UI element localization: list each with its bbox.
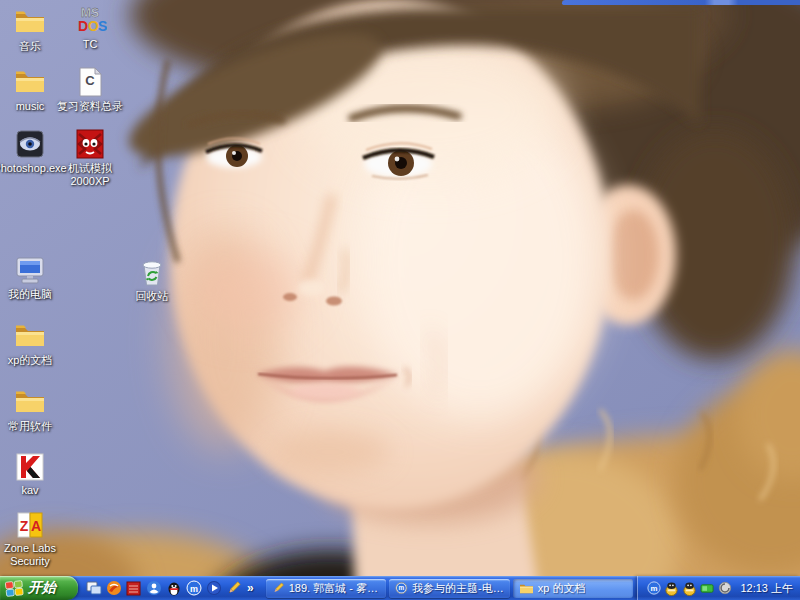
desktop-icon-kav[interactable]: kav bbox=[0, 448, 62, 497]
green-status-tray-icon[interactable] bbox=[700, 582, 715, 595]
penguin-tray-icon[interactable] bbox=[664, 581, 679, 596]
desktop-icon-my-computer[interactable]: 我的电脑 bbox=[0, 252, 62, 301]
desktop-icon-label: 我的电脑 bbox=[0, 288, 62, 301]
taskbar: 开始 m » 189. 郭富城 - 雾里... m 我参与的主题-电脑... x… bbox=[0, 576, 800, 600]
maxthon-icon[interactable]: m bbox=[185, 580, 202, 597]
desktop-icon-music-cn[interactable]: 音乐 bbox=[0, 4, 62, 53]
msdos-s-text: S bbox=[98, 18, 107, 34]
folder-icon bbox=[519, 582, 534, 595]
task-button-xp-documents[interactable]: xp 的文档 bbox=[513, 579, 634, 598]
task-button-label: xp 的文档 bbox=[538, 581, 586, 596]
swirl-tray-icon[interactable] bbox=[718, 581, 732, 595]
folder-icon bbox=[14, 66, 46, 98]
desktop-icon-review-notes[interactable]: C 复习资料总录 bbox=[48, 64, 132, 113]
task-button-label: 189. 郭富城 - 雾里... bbox=[289, 581, 381, 596]
foxmail-icon[interactable] bbox=[105, 580, 122, 597]
desktop-icon-label: 常用软件 bbox=[0, 420, 62, 433]
desktop-icon-label: Zone Labs Security bbox=[0, 542, 62, 567]
offscreen-window-edge bbox=[562, 0, 800, 5]
desktop-icon-common-software[interactable]: 常用软件 bbox=[0, 384, 62, 433]
desktop-icon-label: xp的文档 bbox=[0, 354, 62, 367]
desktop-icon-label: kav bbox=[0, 484, 62, 497]
folder-icon bbox=[14, 320, 46, 352]
start-button-label: 开始 bbox=[28, 579, 56, 597]
red-app-icon[interactable] bbox=[125, 580, 142, 597]
maxthon-letter-text: m bbox=[651, 584, 658, 593]
exam-simulator-icon bbox=[74, 128, 106, 160]
task-button-browser-thread[interactable]: m 我参与的主题-电脑... bbox=[389, 579, 510, 598]
task-button-label: 我参与的主题-电脑... bbox=[412, 581, 504, 596]
show-desktop-icon[interactable] bbox=[85, 580, 102, 597]
zonealarm-icon: Z A bbox=[15, 510, 45, 540]
svg-text:m: m bbox=[399, 584, 405, 591]
media-player-icon[interactable] bbox=[205, 580, 222, 597]
task-button-playlist[interactable]: 189. 郭富城 - 雾里... bbox=[266, 579, 387, 598]
folder-icon bbox=[14, 6, 46, 38]
desktop-icon-label: 复习资料总录 bbox=[48, 100, 132, 113]
desktop-icon-label: 回收站 bbox=[120, 290, 184, 303]
desktop-icon-zonealarm[interactable]: Z A Zone Labs Security bbox=[0, 506, 62, 567]
windows-logo-icon bbox=[5, 580, 24, 597]
my-computer-icon bbox=[13, 254, 47, 286]
tray-clock[interactable]: 12:13 上午 bbox=[740, 581, 793, 596]
desktop-icon-recycle-bin[interactable]: 回收站 bbox=[120, 254, 184, 303]
screen: 音乐 MS D O S TC music C 复习资料总录 Photoshop.… bbox=[0, 0, 800, 600]
msdos-d-text: D bbox=[78, 18, 88, 34]
document-c-icon: C bbox=[76, 66, 104, 98]
maxthon-icon: m bbox=[395, 581, 408, 595]
desktop-icon-exam-simulator[interactable]: 机试模拟2000XP bbox=[58, 126, 122, 187]
photoshop-icon bbox=[14, 128, 46, 160]
kaspersky-icon bbox=[15, 452, 45, 482]
pencil-icon bbox=[272, 581, 285, 595]
msdos-icon: MS D O S bbox=[73, 4, 107, 36]
desktop-icon-label: TC bbox=[58, 38, 122, 51]
qq-icon[interactable] bbox=[165, 580, 182, 597]
desktop-icon-label: 机试模拟2000XP bbox=[58, 162, 122, 187]
zone-a-text: A bbox=[31, 518, 41, 534]
desktop-icon-tc[interactable]: MS D O S TC bbox=[58, 2, 122, 51]
maxthon-letter-text: m bbox=[189, 584, 197, 594]
desktop[interactable]: 音乐 MS D O S TC music C 复习资料总录 Photoshop.… bbox=[0, 0, 800, 576]
document-letter-text: C bbox=[85, 73, 95, 88]
folder-icon bbox=[14, 386, 46, 418]
msn-messenger-icon[interactable] bbox=[145, 580, 162, 597]
task-button-area: 189. 郭富城 - 雾里... m 我参与的主题-电脑... xp 的文档 bbox=[262, 576, 638, 600]
desktop-icon-label: 音乐 bbox=[0, 40, 62, 53]
quick-launch-overflow-chevron[interactable]: » bbox=[245, 581, 256, 595]
start-button[interactable]: 开始 bbox=[0, 576, 78, 600]
quick-launch-bar: m » bbox=[78, 576, 262, 600]
penguin-tray-icon[interactable] bbox=[682, 581, 697, 596]
recycle-bin-icon bbox=[137, 256, 167, 288]
zone-z-text: Z bbox=[20, 518, 29, 534]
system-tray: m 12:13 上午 bbox=[637, 576, 800, 600]
maxthon-tray-icon[interactable]: m bbox=[647, 581, 661, 595]
pencil-icon[interactable] bbox=[225, 580, 242, 597]
desktop-icon-xp-documents[interactable]: xp的文档 bbox=[0, 318, 62, 367]
